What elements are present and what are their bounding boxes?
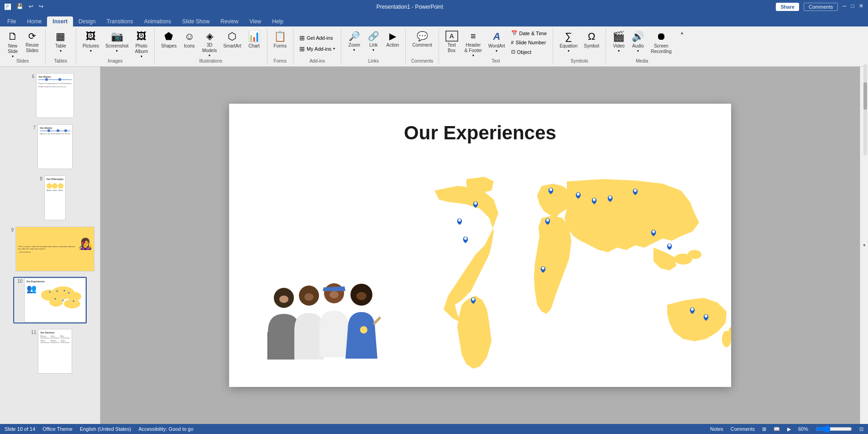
icons-button[interactable]: ☺ Icons xyxy=(180,29,199,50)
smartart-icon: ⬡ xyxy=(228,31,236,42)
my-addins-button[interactable]: ⊞ My Add-ins ▾ xyxy=(297,44,337,53)
action-button[interactable]: ▶ Action xyxy=(383,29,402,49)
chart-button[interactable]: 📊 Chart xyxy=(245,29,263,50)
svg-point-26 xyxy=(705,315,707,318)
tab-file[interactable]: File xyxy=(2,16,21,26)
pictures-button[interactable]: 🖼 Pictures ▾ xyxy=(80,29,102,55)
view-normal[interactable]: ⊞ xyxy=(762,426,766,432)
screen-recording-button[interactable]: ⏺ ScreenRecording xyxy=(648,29,675,56)
ribbon-group-slides: 🗋 NewSlide ▾ ⟳ ReuseSlides Slides xyxy=(0,28,46,64)
share-button[interactable]: Share xyxy=(776,3,799,11)
minimize-button[interactable]: ─ xyxy=(842,3,847,11)
object-icon: ⊡ xyxy=(511,49,515,55)
app-icon: 🅿 xyxy=(5,3,11,11)
ribbon-group-comments: 💬 Comment Comments xyxy=(406,28,439,64)
photo-album-button[interactable]: 🖼 PhotoAlbum ▾ xyxy=(132,29,151,60)
zoom-icon: 🔎 xyxy=(349,31,360,42)
table-button[interactable]: ▦ Table ▾ xyxy=(49,29,72,55)
slide-thumb-9[interactable]: 9 "This is a quote, words full of wisdom… xyxy=(5,226,95,272)
view-slideshow[interactable]: ▶ xyxy=(787,426,791,432)
svg-point-34 xyxy=(356,292,366,300)
object-button[interactable]: ⊡ Object xyxy=(509,48,549,56)
maximize-button[interactable]: □ xyxy=(851,3,854,11)
island-2 xyxy=(688,250,701,259)
slide-preview-6: Our History Guide to the largest planet … xyxy=(36,73,73,118)
3d-models-button[interactable]: ◈ 3DModels ▾ xyxy=(199,29,220,59)
zoom-slider[interactable] xyxy=(816,425,852,433)
smartart-button[interactable]: ⬡ SmartArt xyxy=(220,29,244,50)
quick-access-undo[interactable]: ↩ xyxy=(29,3,33,11)
map-pin-13 xyxy=(667,243,672,250)
shapes-button[interactable]: ⬟ Shapes xyxy=(158,29,179,50)
view-reading[interactable]: 📖 xyxy=(774,426,780,432)
header-footer-button[interactable]: ≡ Header& Footer ▾ xyxy=(462,29,485,59)
link-button[interactable]: 🔗 Link ▾ xyxy=(364,29,382,54)
video-button[interactable]: 🎬 Video ▾ xyxy=(610,29,628,55)
ribbon-group-symbols: ∑ Equation ▾ Ω Symbol Symbols xyxy=(553,28,606,64)
tab-design[interactable]: Design xyxy=(73,16,101,26)
slides-group-label: Slides xyxy=(0,58,45,64)
ribbon-group-media: 🎬 Video ▾ 🔊 Audio ▾ ⏺ ScreenRecording Me… xyxy=(606,28,678,64)
slide-thumb-10[interactable]: 10 Our Experiences 👥 xyxy=(13,277,87,323)
tab-animations[interactable]: Animations xyxy=(139,16,177,26)
svg-point-33 xyxy=(329,291,339,298)
map-pin-2 xyxy=(457,218,462,225)
video-icon: 🎬 xyxy=(612,31,625,42)
slide-preview-8: Our Philosophy Mission Vision xyxy=(44,175,66,220)
slide-thumb-11[interactable]: 11 Our Services MercurySmall text here V… xyxy=(27,328,73,375)
canvas-area: Our Experiences xyxy=(100,67,860,424)
svg-point-6 xyxy=(57,291,58,292)
audio-icon: 🔊 xyxy=(632,31,644,42)
fit-slide[interactable]: ⊡ xyxy=(859,426,863,432)
slide-number-icon: # xyxy=(511,40,514,45)
quick-access-save[interactable]: 💾 xyxy=(16,3,23,11)
ribbon-collapse[interactable]: ▲ xyxy=(678,28,686,64)
slide-panel: 6 Our History Guide to the largest plane… xyxy=(0,67,100,424)
title-bar: 🅿 💾 ↩ ↪ Presentation1 - PowerPoint Share… xyxy=(0,0,868,14)
asia xyxy=(565,179,699,252)
accessibility-info: Accessibility: Good to go xyxy=(138,426,193,432)
text-box-button[interactable]: A TextBox xyxy=(443,29,461,55)
ribbon-group-illustrations: ⬟ Shapes ☺ Icons ◈ 3DModels ▾ ⬡ SmartArt… xyxy=(155,28,267,64)
audio-button[interactable]: 🔊 Audio ▾ xyxy=(629,29,647,55)
tab-help[interactable]: Help xyxy=(267,16,289,26)
map-pin-3 xyxy=(463,237,468,243)
symbol-button[interactable]: Ω Symbol xyxy=(581,29,602,50)
tab-slideshow[interactable]: Slide Show xyxy=(177,16,215,26)
world-map-container xyxy=(421,177,731,378)
ribbon-group-images: 🖼 Pictures ▾ 📷 Screenshot ▾ 🖼 PhotoAlbum… xyxy=(76,28,155,64)
notes-button[interactable]: Notes xyxy=(710,426,723,432)
new-slide-button[interactable]: 🗋 NewSlide ▾ xyxy=(4,29,22,60)
screenshot-button[interactable]: 📷 Screenshot ▾ xyxy=(103,29,131,55)
reuse-slides-button[interactable]: ⟳ ReuseSlides xyxy=(23,29,42,55)
slide-canvas[interactable]: Our Experiences xyxy=(229,104,731,387)
tab-home[interactable]: Home xyxy=(21,16,47,26)
ribbon-group-forms: 📋 Forms Forms xyxy=(267,28,293,64)
people-svg xyxy=(254,277,391,369)
comments-status-button[interactable]: Comments xyxy=(731,426,755,432)
slide-thumb-6[interactable]: 6 Our History Guide to the largest plane… xyxy=(25,72,74,119)
svg-point-10 xyxy=(63,300,64,301)
slide-thumb-8[interactable]: 8 Our Philosophy Mission Vision xyxy=(33,175,67,221)
svg-point-12 xyxy=(474,202,477,205)
tab-transitions[interactable]: Transitions xyxy=(101,16,138,26)
forms-button[interactable]: 📋 Forms xyxy=(271,29,289,50)
tab-review[interactable]: Review xyxy=(215,16,244,26)
zoom-button[interactable]: 🔎 Zoom ▾ xyxy=(345,29,363,54)
equation-button[interactable]: ∑ Equation ▾ xyxy=(557,29,580,55)
wordart-icon: A xyxy=(493,31,500,42)
comment-button[interactable]: 💬 Comment xyxy=(409,29,434,49)
get-addins-icon: ⊞ xyxy=(299,34,305,42)
slide-number-button[interactable]: # Slide Number xyxy=(509,39,549,46)
right-scroll-down[interactable]: ▼ xyxy=(862,243,867,248)
title-bar-left: 🅿 💾 ↩ ↪ xyxy=(5,3,43,11)
comments-button[interactable]: Comments xyxy=(804,3,838,11)
tab-insert[interactable]: Insert xyxy=(47,16,73,26)
slide-thumb-7[interactable]: 7 Our History Neptune is the farthest pl… xyxy=(26,123,73,170)
close-button[interactable]: ✕ xyxy=(859,3,863,11)
wordart-button[interactable]: A WordArt ▾ xyxy=(486,29,508,55)
date-time-button[interactable]: 📅 Date & Time xyxy=(509,29,549,37)
tab-view[interactable]: View xyxy=(244,16,267,26)
get-addins-button[interactable]: ⊞ Get Add-ins xyxy=(297,33,335,42)
quick-access-redo[interactable]: ↪ xyxy=(39,3,43,11)
